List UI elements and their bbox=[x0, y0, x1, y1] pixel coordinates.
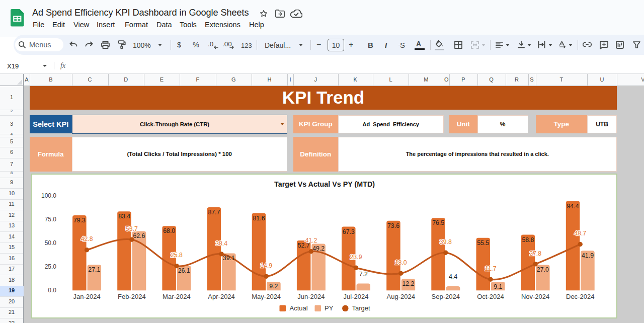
svg-text:41.2: 41.2 bbox=[305, 237, 317, 244]
svg-text:42.8: 42.8 bbox=[81, 235, 93, 243]
svg-text:25.0: 25.0 bbox=[45, 263, 57, 270]
svg-text:Actual: Actual bbox=[290, 304, 308, 312]
svg-text:87.7: 87.7 bbox=[208, 209, 220, 216]
svg-text:May-2024: May-2024 bbox=[252, 293, 281, 300]
svg-text:67.3: 67.3 bbox=[343, 228, 355, 235]
svg-text:73.6: 73.6 bbox=[387, 222, 399, 229]
svg-text:7.2: 7.2 bbox=[359, 271, 368, 278]
svg-text:Apr-2024: Apr-2024 bbox=[208, 293, 234, 300]
svg-text:48.7: 48.7 bbox=[574, 230, 586, 237]
svg-text:Nov-2024: Nov-2024 bbox=[521, 293, 549, 300]
svg-text:55.5: 55.5 bbox=[477, 239, 489, 247]
svg-text:Jan-2024: Jan-2024 bbox=[73, 293, 100, 300]
svg-text:4.4: 4.4 bbox=[449, 273, 457, 280]
svg-text:27.0: 27.0 bbox=[537, 266, 549, 273]
svg-text:27.8: 27.8 bbox=[529, 250, 541, 257]
svg-text:26.1: 26.1 bbox=[178, 267, 190, 274]
svg-text:9.2: 9.2 bbox=[269, 283, 278, 290]
svg-text:79.3: 79.3 bbox=[73, 217, 86, 224]
svg-text:100.0: 100.0 bbox=[41, 192, 56, 199]
svg-text:Oct-2024: Oct-2024 bbox=[477, 293, 504, 300]
svg-text:83.4: 83.4 bbox=[118, 213, 130, 220]
svg-text:81.6: 81.6 bbox=[253, 215, 265, 222]
svg-text:Jul-2024: Jul-2024 bbox=[344, 293, 369, 300]
svg-text:14.9: 14.9 bbox=[260, 262, 272, 269]
svg-text:27.1: 27.1 bbox=[88, 266, 100, 273]
svg-text:Jun-2024: Jun-2024 bbox=[297, 293, 325, 300]
svg-text:18.0: 18.0 bbox=[395, 259, 407, 266]
svg-text:39.1: 39.1 bbox=[223, 255, 235, 262]
svg-text:41.9: 41.9 bbox=[582, 252, 594, 259]
svg-text:PY: PY bbox=[325, 304, 334, 312]
svg-text:11.7: 11.7 bbox=[485, 265, 496, 272]
svg-text:75.0: 75.0 bbox=[45, 216, 57, 223]
svg-text:12.2: 12.2 bbox=[402, 280, 414, 287]
svg-text:Sep-2024: Sep-2024 bbox=[432, 293, 460, 300]
svg-text:62.6: 62.6 bbox=[133, 232, 145, 239]
svg-text:9.1: 9.1 bbox=[494, 283, 502, 290]
svg-text:0.0: 0.0 bbox=[48, 287, 56, 294]
svg-text:68.0: 68.0 bbox=[163, 227, 175, 234]
svg-text:Target: Target bbox=[352, 304, 371, 312]
svg-text:Feb-2024: Feb-2024 bbox=[118, 293, 146, 300]
svg-text:Dec-2024: Dec-2024 bbox=[566, 293, 594, 300]
svg-text:58.8: 58.8 bbox=[522, 236, 534, 244]
svg-text:Aug-2024: Aug-2024 bbox=[387, 293, 415, 300]
svg-text:Target Vs Actual Vs PY (MTD): Target Vs Actual Vs PY (MTD) bbox=[274, 180, 375, 188]
svg-text:50.0: 50.0 bbox=[45, 239, 57, 247]
svg-text:94.4: 94.4 bbox=[567, 203, 579, 210]
svg-text:Mar-2024: Mar-2024 bbox=[163, 293, 191, 300]
svg-text:23.9: 23.9 bbox=[350, 254, 362, 261]
svg-text:76.5: 76.5 bbox=[432, 219, 444, 226]
svg-text:25.8: 25.8 bbox=[171, 252, 183, 259]
svg-text:49.2: 49.2 bbox=[312, 245, 325, 252]
svg-text:39.8: 39.8 bbox=[440, 238, 452, 246]
svg-text:38.4: 38.4 bbox=[215, 240, 227, 247]
svg-text:53.7: 53.7 bbox=[126, 225, 138, 232]
